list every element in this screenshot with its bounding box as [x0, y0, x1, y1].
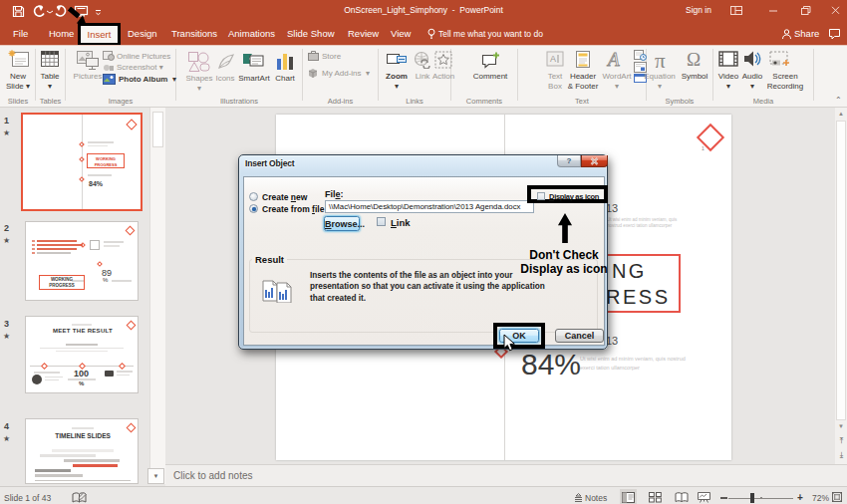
svg-text:A: A — [606, 50, 620, 70]
svg-text:A: A — [550, 54, 556, 64]
